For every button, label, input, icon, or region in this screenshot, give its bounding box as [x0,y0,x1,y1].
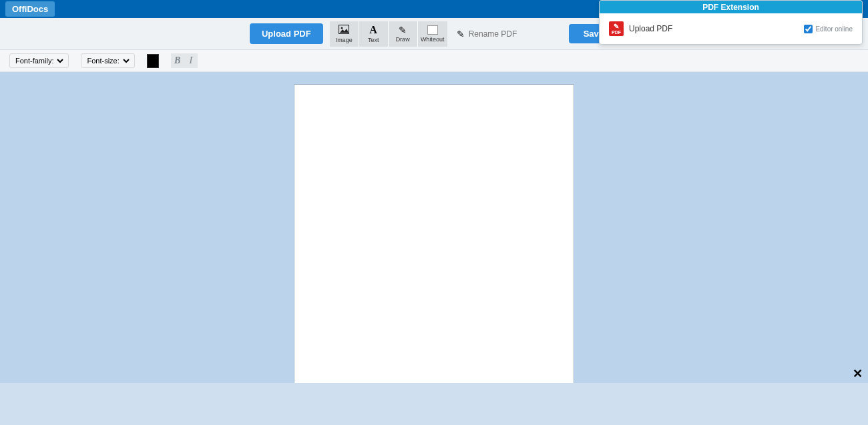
format-bar: Font-family: Font-size: B I [0,50,868,72]
tool-draw-label: Draw [396,36,410,43]
pencil-icon: ✎ [399,25,407,35]
italic-button[interactable]: I [184,53,198,68]
editor-online-toggle[interactable]: Editor online [804,25,853,33]
font-size-select[interactable]: Font-size: [81,53,134,68]
pdf-icon: ✎ PDF [609,21,624,36]
tool-group: Image A Text ✎ Draw Whiteout [330,21,447,47]
pencil-icon: ✎ [457,29,465,39]
rename-group: ✎ [457,29,522,39]
rename-input[interactable] [469,29,522,39]
color-swatch[interactable] [147,54,159,68]
font-size-label: Font-size: [87,57,119,65]
pen-icon: ✎ [614,23,619,30]
editor-online-label: Editor online [815,25,853,33]
brand-button[interactable]: OffiDocs [5,1,55,17]
tool-draw[interactable]: ✎ Draw [389,21,418,47]
font-family-dropdown[interactable] [56,56,65,65]
extension-upload-label[interactable]: Upload PDF [629,24,799,33]
svg-point-1 [341,27,343,29]
bottom-bar [0,383,868,425]
extension-body: ✎ PDF Upload PDF Editor online [600,13,862,44]
pdf-page[interactable] [294,84,574,383]
font-family-select[interactable]: Font-family: [9,53,69,68]
bold-button[interactable]: B [171,53,184,68]
tool-text-label: Text [368,37,379,43]
extension-popup: PDF Extension ✎ PDF Upload PDF Editor on… [599,0,863,45]
pdf-icon-text: PDF [612,30,621,35]
font-size-dropdown[interactable] [122,56,132,65]
tool-whiteout[interactable]: Whiteout [418,21,447,47]
tool-whiteout-label: Whiteout [421,36,445,43]
text-icon: A [369,25,377,35]
image-icon [339,25,349,35]
upload-pdf-button[interactable]: Upload PDF [250,23,323,44]
close-icon[interactable]: ✕ [853,366,863,381]
tool-image-label: Image [336,37,353,43]
font-family-label: Font-family: [15,57,53,65]
tool-image[interactable]: Image [330,21,359,47]
whiteout-icon [427,25,438,35]
canvas-area [0,72,868,383]
editor-online-checkbox[interactable] [804,25,813,33]
tool-text[interactable]: A Text [359,21,389,47]
extension-title: PDF Extension [600,1,862,13]
